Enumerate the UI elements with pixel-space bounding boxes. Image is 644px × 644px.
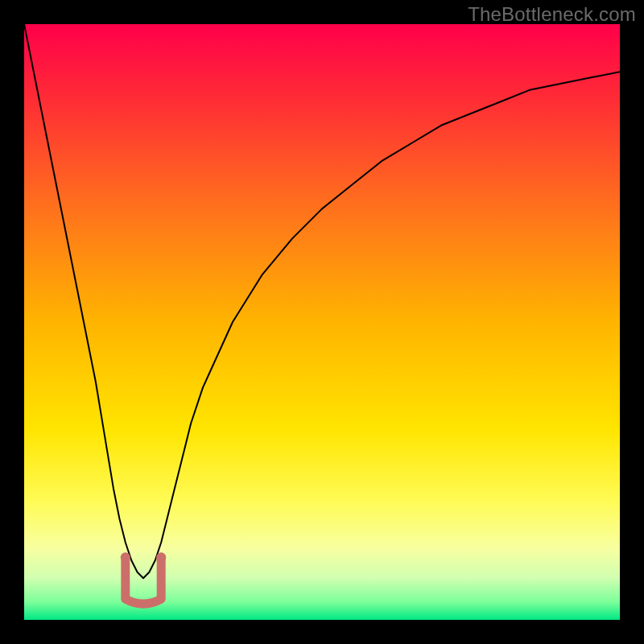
chart-plot-area <box>24 24 620 620</box>
chart-svg <box>24 24 620 620</box>
watermark-text: TheBottleneck.com <box>468 3 636 26</box>
chart-frame: TheBottleneck.com <box>0 0 644 644</box>
chart-background <box>24 24 620 620</box>
chart-notch-marker-1 <box>121 552 130 562</box>
chart-notch-marker-2 <box>156 552 166 562</box>
